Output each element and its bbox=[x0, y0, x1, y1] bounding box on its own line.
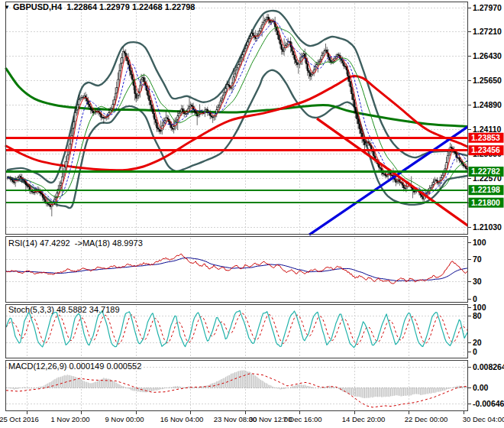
mt4-chart-window: 1.279701.272101.264301.256501.248901.241… bbox=[0, 0, 504, 428]
svg-text:30: 30 bbox=[473, 277, 482, 286]
time-axis[interactable]: 25 Oct 20161 Nov 20:009 Nov 00:0016 Nov … bbox=[0, 411, 504, 423]
stoch-indicator-label: Stoch(5,3,3) 48.5882 34.7189 bbox=[8, 305, 120, 314]
svg-text:1.22782: 1.22782 bbox=[471, 167, 500, 176]
price-level-badge: 1.21800 bbox=[469, 198, 504, 208]
svg-text:1.26430: 1.26430 bbox=[473, 51, 502, 60]
svg-text:1.27970: 1.27970 bbox=[473, 3, 502, 12]
svg-text:1.21030: 1.21030 bbox=[473, 222, 502, 232]
separator-main-rsi[interactable] bbox=[6, 235, 467, 237]
svg-text:80: 80 bbox=[473, 311, 482, 320]
svg-text:70: 70 bbox=[473, 255, 482, 264]
macd-indicator-label: MACD(12,26,9) 0.000149 0.000552 bbox=[8, 362, 141, 371]
price-level-badge: 1.23456 bbox=[469, 145, 504, 155]
svg-text:0: 0 bbox=[473, 347, 477, 356]
ohlc-high: 1.22979 bbox=[99, 2, 130, 11]
ohlc-open: 1.22864 bbox=[66, 2, 97, 11]
separator-stoch-macd[interactable] bbox=[6, 358, 467, 361]
price-axis[interactable]: 1.279701.272101.264301.256501.248901.241… bbox=[468, 0, 504, 428]
svg-text:14 Dec 20:00: 14 Dec 20:00 bbox=[342, 415, 386, 423]
svg-text:0.00: 0.00 bbox=[473, 383, 489, 392]
svg-text:100: 100 bbox=[473, 238, 486, 247]
svg-text:1.25650: 1.25650 bbox=[473, 76, 502, 85]
price-level-badge: 1.22198 bbox=[469, 185, 504, 195]
svg-text:1.24890: 1.24890 bbox=[473, 100, 502, 109]
svg-text:100: 100 bbox=[473, 303, 486, 312]
svg-text:1.23456: 1.23456 bbox=[471, 145, 500, 154]
main-plot-area[interactable] bbox=[6, 2, 467, 235]
chart-title: ▼GBPUSD,H4 1.22864 1.22979 1.22468 1.227… bbox=[4, 2, 195, 11]
svg-text:1.23853: 1.23853 bbox=[471, 133, 500, 142]
svg-text:22 Dec 00:00: 22 Dec 00:00 bbox=[405, 415, 448, 423]
ohlc-low: 1.22468 bbox=[132, 2, 163, 11]
svg-text:25 Oct 2016: 25 Oct 2016 bbox=[0, 415, 39, 423]
price-level-badge: 1.23853 bbox=[469, 133, 504, 143]
svg-text:-0.006469: -0.006469 bbox=[473, 399, 504, 408]
price-level-badge: 1.22782 bbox=[469, 167, 504, 177]
svg-text:1.22198: 1.22198 bbox=[471, 185, 500, 194]
svg-text:20: 20 bbox=[473, 338, 482, 347]
symbol-period-label: GBPUSD,H4 bbox=[13, 2, 62, 11]
svg-text:16 Nov 04:00: 16 Nov 04:00 bbox=[160, 415, 204, 423]
svg-text:1 Nov 20:00: 1 Nov 20:00 bbox=[50, 415, 89, 423]
svg-text:30 Dec 04:00: 30 Dec 04:00 bbox=[463, 415, 504, 423]
symbol-dropdown-icon[interactable]: ▼ bbox=[4, 4, 10, 11]
svg-text:7 Dec 16:00: 7 Dec 16:00 bbox=[283, 415, 321, 423]
svg-text:1.27210: 1.27210 bbox=[473, 27, 502, 36]
svg-text:1.21800: 1.21800 bbox=[471, 198, 500, 207]
ohlc-close: 1.22798 bbox=[165, 2, 195, 11]
rsi-indicator-label: RSI(14) 47.4292 ->MA(18) 48.9973 bbox=[8, 238, 143, 248]
svg-text:9 Nov 00:00: 9 Nov 00:00 bbox=[105, 415, 144, 423]
svg-text:0.008264: 0.008264 bbox=[473, 362, 504, 371]
